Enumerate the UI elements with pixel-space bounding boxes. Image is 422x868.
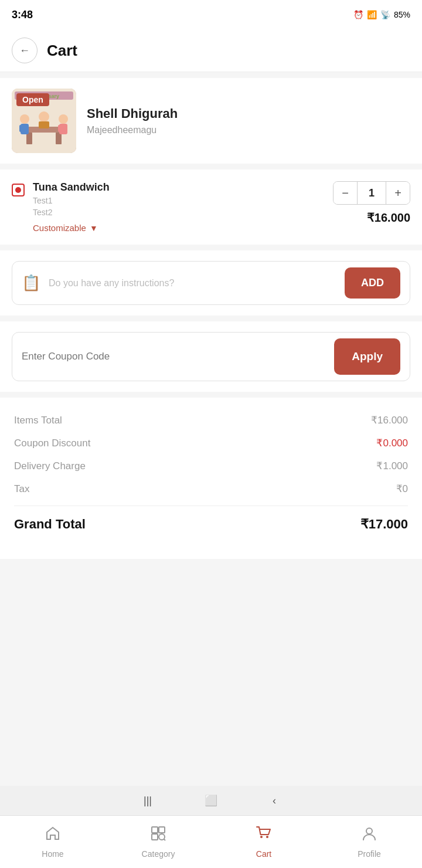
signal-icon: 📡 — [380, 10, 390, 19]
open-badge: Open — [16, 93, 49, 106]
nav-category[interactable]: Category — [106, 816, 211, 868]
instructions-placeholder[interactable]: Do you have any instructions? — [49, 278, 336, 289]
svg-rect-9 — [25, 125, 28, 132]
svg-rect-4 — [26, 133, 32, 144]
items-total-value: ₹16.000 — [371, 414, 408, 426]
nav-category-label: Category — [142, 849, 175, 859]
status-bar: 3:48 ⏰ 📶 📡 85% — [0, 0, 422, 29]
system-nav-bar: ||| ⬜ ‹ — [0, 786, 422, 815]
status-icons: ⏰ 📶 📡 85% — [353, 10, 410, 19]
item-right: − 1 + ₹16.000 — [333, 181, 410, 225]
nav-profile-label: Profile — [358, 849, 381, 859]
page-title: Cart — [47, 42, 77, 60]
profile-icon — [361, 825, 377, 846]
items-total-label: Items Total — [14, 415, 62, 426]
svg-rect-18 — [152, 834, 158, 840]
customizable-row: Customizable ▼ — [33, 223, 325, 233]
items-total-row: Items Total ₹16.000 — [14, 414, 408, 426]
restaurant-info: Shell Dhigurah Majeedheemagu — [87, 106, 410, 135]
wifi-icon: 📶 — [367, 10, 377, 19]
grand-total-row: Grand Total ₹17.000 — [14, 506, 408, 532]
svg-rect-13 — [63, 125, 66, 132]
svg-rect-17 — [159, 827, 165, 833]
system-back-button[interactable]: ‹ — [266, 792, 283, 809]
svg-rect-5 — [56, 133, 62, 144]
status-time: 3:48 — [12, 9, 33, 21]
instructions-inner: 📋 Do you have any instructions? ADD — [12, 261, 410, 305]
nav-home[interactable]: Home — [0, 816, 106, 868]
coupon-discount-label: Coupon Discount — [14, 438, 90, 449]
home-square-icon: ⬜ — [205, 794, 217, 807]
nav-cart-label: Cart — [256, 849, 271, 859]
restaurant-card: Anniversary — [0, 78, 422, 164]
svg-rect-15 — [39, 121, 49, 128]
grand-total-value: ₹17.000 — [360, 517, 408, 532]
nav-home-label: Home — [42, 849, 63, 859]
back-icon: ← — [19, 45, 30, 57]
quantity-value: 1 — [357, 181, 386, 205]
category-icon — [150, 825, 166, 846]
instructions-section: 📋 Do you have any instructions? ADD — [0, 250, 422, 316]
cart-item: Tuna Sandwich Test1 Test2 Customizable ▼… — [12, 181, 410, 233]
svg-point-23 — [366, 828, 372, 834]
nav-cart[interactable]: Cart — [211, 816, 316, 868]
header: ← Cart — [0, 29, 422, 72]
nav-profile[interactable]: Profile — [316, 816, 422, 868]
veg-indicator — [12, 184, 25, 196]
item-name: Tuna Sandwich — [33, 181, 325, 194]
svg-point-10 — [59, 114, 68, 124]
veg-dot — [15, 187, 21, 193]
apply-coupon-button[interactable]: Apply — [334, 338, 400, 375]
tax-row: Tax ₹0 — [14, 483, 408, 495]
restaurant-image-wrap: Anniversary — [12, 89, 76, 153]
item-price: ₹16.000 — [367, 211, 410, 225]
system-home-button[interactable]: ⬜ — [203, 792, 219, 809]
delivery-charge-value: ₹1.000 — [376, 460, 408, 472]
battery-icon: 85% — [394, 10, 410, 19]
svg-line-20 — [164, 839, 166, 841]
coupon-discount-value: ₹0.000 — [376, 437, 408, 449]
home-icon — [45, 825, 61, 846]
coupon-section: Apply — [0, 321, 422, 392]
item-details: Tuna Sandwich Test1 Test2 Customizable ▼ — [33, 181, 325, 233]
coupon-inner: Apply — [12, 332, 410, 381]
customizable-label: Customizable — [33, 223, 86, 233]
back-button[interactable]: ← — [12, 38, 38, 63]
coupon-discount-row: Coupon Discount ₹0.000 — [14, 437, 408, 449]
svg-point-14 — [39, 111, 49, 122]
quantity-control: − 1 + — [333, 181, 410, 205]
item-variant-2: Test2 — [33, 208, 325, 217]
menu-icon: ||| — [144, 795, 152, 807]
item-variant-1: Test1 — [33, 196, 325, 205]
svg-rect-12 — [58, 125, 61, 132]
bottom-nav: Home Category Cart — [0, 815, 422, 868]
system-menu-button[interactable]: ||| — [139, 792, 156, 809]
restaurant-name: Shell Dhigurah — [87, 106, 410, 121]
instructions-icon: 📋 — [22, 274, 40, 292]
back-arrow-icon: ‹ — [273, 795, 276, 807]
bill-section: Items Total ₹16.000 Coupon Discount ₹0.0… — [0, 398, 422, 559]
delivery-charge-row: Delivery Charge ₹1.000 — [14, 460, 408, 472]
cart-icon — [256, 825, 272, 846]
svg-point-22 — [266, 836, 268, 838]
restaurant-subtitle: Majeedheemagu — [87, 125, 410, 135]
tax-value: ₹0 — [396, 483, 408, 495]
delivery-charge-label: Delivery Charge — [14, 460, 86, 472]
add-instructions-button[interactable]: ADD — [345, 267, 400, 299]
svg-point-6 — [20, 114, 29, 124]
cart-items-section: Tuna Sandwich Test1 Test2 Customizable ▼… — [0, 169, 422, 245]
alarm-icon: ⏰ — [353, 10, 363, 19]
coupon-input[interactable] — [22, 351, 326, 362]
quantity-increase-button[interactable]: + — [386, 181, 410, 205]
quantity-decrease-button[interactable]: − — [333, 181, 357, 205]
svg-rect-8 — [19, 125, 22, 132]
tax-label: Tax — [14, 483, 29, 495]
chevron-down-icon[interactable]: ▼ — [90, 223, 98, 233]
grand-total-label: Grand Total — [14, 517, 86, 532]
svg-rect-16 — [152, 827, 158, 833]
svg-point-21 — [260, 836, 263, 838]
